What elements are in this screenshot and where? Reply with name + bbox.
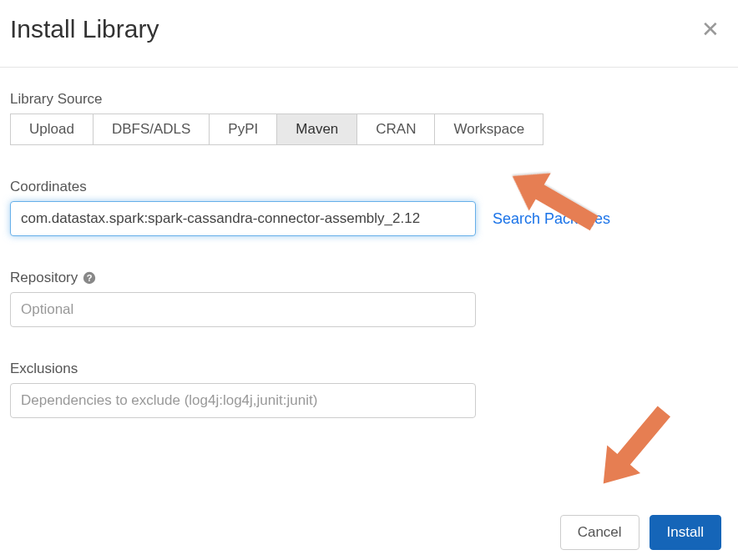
- coordinates-input[interactable]: [10, 201, 476, 236]
- coordinates-label: Coordinates: [10, 179, 728, 195]
- source-tab-workspace[interactable]: Workspace: [434, 114, 543, 145]
- source-tab-upload[interactable]: Upload: [10, 114, 94, 145]
- repository-input[interactable]: [10, 292, 476, 327]
- source-tab-cran[interactable]: CRAN: [356, 114, 435, 145]
- library-source-section: Library Source UploadDBFS/ADLSPyPIMavenC…: [10, 91, 728, 145]
- modal-body: Library Source UploadDBFS/ADLSPyPIMavenC…: [0, 68, 738, 462]
- repository-label: Repository: [10, 270, 78, 286]
- modal-title: Install Library: [10, 15, 159, 43]
- source-tab-dbfs-adls[interactable]: DBFS/ADLS: [93, 114, 210, 145]
- cancel-button[interactable]: Cancel: [560, 515, 639, 550]
- exclusions-input[interactable]: [10, 383, 476, 418]
- library-source-label: Library Source: [10, 91, 728, 108]
- library-source-tabs: UploadDBFS/ADLSPyPIMavenCRANWorkspace: [10, 114, 728, 145]
- close-icon[interactable]: ✕: [693, 18, 728, 40]
- source-tab-pypi[interactable]: PyPI: [209, 114, 277, 145]
- coordinates-section: Coordinates Search Packages: [10, 179, 728, 236]
- source-tab-maven[interactable]: Maven: [276, 114, 357, 145]
- modal-footer: Cancel Install: [560, 515, 721, 550]
- svg-text:?: ?: [87, 273, 93, 283]
- modal-header: Install Library ✕: [0, 0, 738, 68]
- exclusions-label: Exclusions: [10, 361, 728, 377]
- search-packages-link[interactable]: Search Packages: [493, 210, 610, 228]
- install-button[interactable]: Install: [650, 515, 721, 550]
- exclusions-section: Exclusions: [10, 361, 728, 418]
- repository-section: Repository ?: [10, 270, 728, 327]
- help-icon[interactable]: ?: [83, 271, 96, 285]
